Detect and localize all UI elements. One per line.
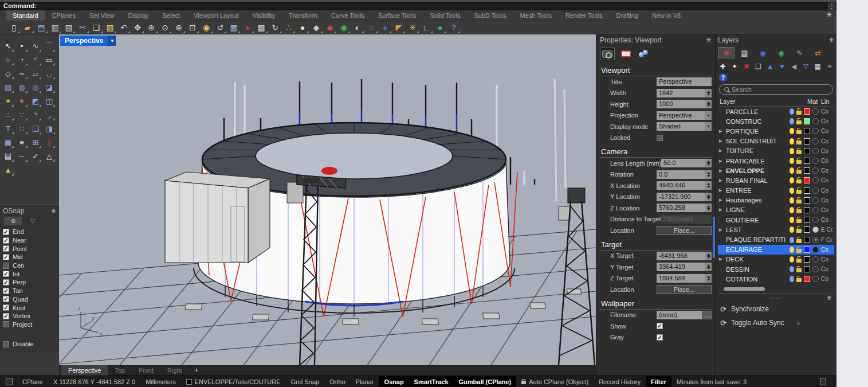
status-planar[interactable]: Planar [351,376,379,387]
layer-lock-icon[interactable] [796,249,802,253]
field-width[interactable]: 1642 [657,89,705,97]
chevron-right-icon[interactable]: » [797,320,800,326]
spotlight-icon[interactable]: ◤ [392,21,406,34]
checkbox-knot[interactable]: ✓ [3,304,9,311]
new-viewport-tab-button[interactable]: + [189,365,205,376]
stepper-down-icon[interactable] [707,175,710,177]
layer-lock-icon[interactable] [796,179,802,183]
layer-lock-icon[interactable] [796,140,802,144]
toolbar-tab-curve-tools[interactable]: Curve Tools [324,10,371,21]
layer-row-entree[interactable]: ▶ENTREECo [718,186,834,196]
status-osnap[interactable]: Osnap [379,376,409,387]
checkbox-int[interactable]: ✓ [3,271,9,277]
stepper-down-icon[interactable] [707,163,710,166]
toolbar-tab-set-view[interactable]: Set View [83,10,121,21]
material-icon[interactable]: ◆ [323,21,337,34]
save-file-icon[interactable]: ▤ [34,21,48,34]
rendered-display-icon[interactable]: ● [378,21,392,34]
status-enveloppe-toile-couture[interactable]: ENVELOPPE/Toile/COUTURE [181,376,286,387]
zoom-extents-icon[interactable]: ⊙ [158,21,172,34]
layer-visibility-bulb-icon[interactable] [790,108,794,115]
button-location[interactable]: Place... [657,226,712,235]
layer-row-toiture[interactable]: ▶TOITURECo [718,146,834,156]
layer-row-goutiere[interactable]: GOUTIERECo [718,215,834,225]
stepper-y-location[interactable] [705,193,712,201]
field-rotation[interactable]: 0.0 [657,170,705,179]
layer-linetype[interactable]: Co [821,128,832,134]
dropdown-caret-icon[interactable]: ▼ [705,122,712,131]
layer-material-icon[interactable] [812,158,819,164]
osnap-row-near[interactable]: ✓Near [3,236,56,245]
layer-row-cotation[interactable]: COTATIONCo [718,274,834,284]
stepper-down-icon[interactable] [707,197,710,200]
layer-linetype[interactable]: Co [821,197,832,204]
stepper-down-icon[interactable] [707,279,710,281]
move-up-icon[interactable]: ▲ [765,62,775,72]
layer-lock-icon[interactable] [796,111,802,115]
layer-lock-icon[interactable] [796,209,802,213]
layer-row-enveloppe[interactable]: ▶ENVELOPPECo [718,166,834,175]
osnap-row-project[interactable]: Project [3,320,56,329]
layer-material-icon[interactable] [812,276,819,282]
layer-row-eclairage[interactable]: ECLAIRAGECo [718,245,834,255]
field-projection[interactable]: Perspective [657,111,705,120]
layer-color-swatch[interactable] [804,276,810,282]
toggle-auto-sync-button[interactable]: ⟳ Toggle Auto Sync » [718,316,834,330]
checkbox-show[interactable]: ✓ [657,323,663,329]
box-icon[interactable]: ▧ [1,80,15,94]
ellipse-icon[interactable]: ◔ [15,53,29,67]
layer-linetype[interactable]: Co [821,177,832,183]
properties-tab-camera[interactable] [600,48,615,60]
field-y-target[interactable]: 3364.419 [657,263,705,271]
layer-row-ruban-final[interactable]: ▶RUBAN FINALCo [718,175,834,185]
cut-icon[interactable]: ✂ [76,21,89,34]
print-icon[interactable]: ▥ [48,21,62,34]
toolbar-tab-subd-tools[interactable]: SubD Tools [467,10,513,21]
stepper-up-icon[interactable] [707,205,710,208]
layer-linetype[interactable]: Co [821,118,832,124]
layer-lock-icon[interactable] [796,120,802,124]
status-gumball-cplane[interactable]: Gumball (CPlane) [454,376,517,387]
layer-linetype[interactable]: Co [821,266,832,272]
layer-color-swatch[interactable] [804,266,810,272]
layer-color-swatch[interactable] [804,217,810,223]
layer-color-swatch[interactable] [804,187,810,194]
layer-material-icon[interactable] [812,256,819,263]
zoom-dynamic-icon[interactable]: ⊛ [172,21,186,34]
status-x-11228-676-y-4841-582-z-0[interactable]: X 11228.676 Y -4841.582 Z 0 [48,376,140,387]
status-cplane[interactable]: CPlane [17,376,48,387]
zoom-window-icon[interactable]: ⊡ [186,21,199,34]
layer-material-icon[interactable] [812,217,819,223]
viewport-canvas[interactable]: Perspective ▼ [59,34,596,365]
point-cloud-icon[interactable]: ∴ [1,108,15,122]
rotate-view-icon[interactable]: ⊕ [144,21,158,34]
toolbar-tab-drafting[interactable]: Drafting [610,10,646,21]
undo-view-icon[interactable]: ↺ [213,21,227,34]
layer-visibility-bulb-icon[interactable] [790,148,794,154]
grid-array-icon[interactable]: ⊞ [29,135,42,149]
layer-material-icon[interactable] [812,167,819,174]
osnap-row-cen[interactable]: Cen [3,261,56,270]
checkbox-project[interactable] [3,321,9,327]
toolbar-tab-transform[interactable]: Transform [282,10,324,21]
button-location[interactable]: Place... [657,285,712,294]
checkbox-near[interactable]: ✓ [3,237,9,244]
layers-tab-colors[interactable]: ◉ [773,47,790,58]
layer-linetype[interactable]: Co [821,217,832,223]
field-y-location[interactable]: -17321.900 [657,193,705,201]
layer-linetype[interactable]: Co [821,276,832,282]
layer-linetype[interactable]: E Co [821,226,832,233]
layer-visibility-bulb-icon[interactable] [790,158,794,164]
layer-color-swatch[interactable] [804,167,810,174]
layer-material-icon[interactable] [812,226,819,233]
expand-arrow-icon[interactable]: ▶ [719,257,724,261]
undo-icon[interactable]: ↶ [117,21,131,34]
curved-surface-icon[interactable]: ◡ [42,67,56,80]
expand-arrow-icon[interactable]: ▶ [719,159,724,163]
layer-linetype[interactable]: Co [821,148,832,154]
stepper-up-icon[interactable] [707,161,710,163]
stepper-up-icon[interactable] [707,264,710,267]
viewport-tab-right[interactable]: Right [160,365,189,376]
stepper-lens-length-mm[interactable] [705,159,712,167]
stepper-down-icon[interactable] [707,256,710,259]
